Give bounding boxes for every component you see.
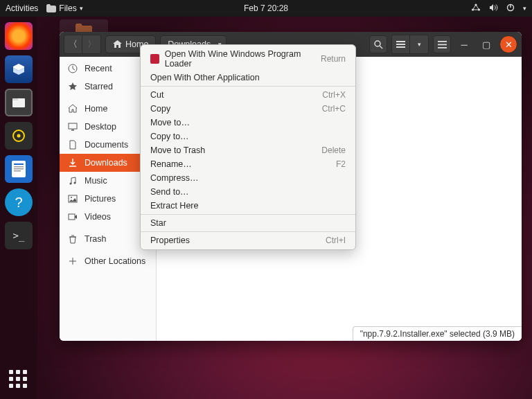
- view-buttons: ▾: [391, 35, 429, 54]
- svg-rect-29: [69, 214, 75, 220]
- menu-properties[interactable]: PropertiesCtrl+I: [141, 233, 355, 247]
- menu-label: Extract Here: [150, 201, 198, 211]
- svg-point-8: [17, 134, 21, 138]
- sidebar-item-label: Videos: [85, 212, 111, 222]
- menu-label: Copy: [150, 104, 170, 114]
- sidebar-item-label: Starred: [85, 82, 113, 91]
- svg-rect-11: [14, 166, 24, 168]
- sidebar-item-label: Downloads: [85, 158, 127, 168]
- wine-icon: [150, 54, 159, 64]
- status-bar: "npp.7.9.2.Installer.exe" selected (3.9 …: [353, 326, 522, 341]
- dock-help-icon[interactable]: ?: [5, 188, 33, 216]
- dock-rhythmbox-icon[interactable]: [5, 122, 33, 150]
- sidebar-item-label: Recent: [85, 64, 112, 73]
- menu-label: Cut: [150, 90, 163, 100]
- clock[interactable]: Feb 7 20:28: [244, 3, 288, 13]
- sidebar-item-label: Documents: [85, 140, 128, 150]
- menu-moveto[interactable]: Move to…: [141, 116, 355, 130]
- svg-rect-13: [14, 170, 21, 172]
- sidebar-item-label: Home: [85, 104, 107, 114]
- menu-label: Move to Trash: [150, 145, 205, 155]
- menu-label: Compress…: [150, 173, 198, 183]
- svg-point-25: [70, 183, 72, 185]
- menu-accel: Return: [321, 54, 346, 64]
- power-icon[interactable]: [506, 3, 515, 14]
- menu-label: Copy to…: [150, 132, 189, 141]
- minimize-button[interactable]: ─: [455, 35, 473, 53]
- menu-accel: Ctrl+X: [322, 90, 346, 100]
- svg-point-28: [71, 197, 72, 198]
- menu-cut[interactable]: CutCtrl+X: [141, 88, 355, 102]
- svg-line-15: [380, 46, 382, 48]
- svg-rect-17: [396, 44, 405, 45]
- svg-rect-6: [12, 98, 18, 100]
- system-menu-chevron-icon[interactable]: ▾: [523, 5, 526, 12]
- search-icon: [374, 40, 383, 49]
- hamburger-icon: [438, 41, 447, 48]
- dock: ? >_: [0, 17, 37, 399]
- menu-label: Send to…: [150, 187, 189, 197]
- svg-rect-23: [69, 123, 77, 129]
- menu-separator: [141, 231, 355, 232]
- menu-accel: Delete: [321, 145, 346, 155]
- hamburger-button[interactable]: [433, 35, 451, 53]
- menu-open-wine[interactable]: Open With Wine Windows Program LoaderRet…: [141, 47, 355, 71]
- svg-point-26: [74, 182, 76, 184]
- view-options-button[interactable]: ▾: [410, 35, 428, 53]
- svg-point-14: [375, 41, 380, 46]
- menu-copy[interactable]: CopyCtrl+C: [141, 102, 355, 116]
- menu-separator: [141, 214, 355, 215]
- sidebar-item-other-locations[interactable]: Other Locations: [60, 252, 156, 270]
- menu-label: Open With Wine Windows Program Loader: [165, 49, 315, 69]
- sidebar-item-label: Pictures: [85, 194, 116, 204]
- svg-rect-20: [438, 44, 447, 45]
- dock-thunderbird-icon[interactable]: [5, 55, 33, 83]
- menu-trash[interactable]: Move to TrashDelete: [141, 143, 355, 157]
- top-bar: Activities Files ▾ Feb 7 20:28 ▾: [0, 0, 532, 17]
- search-button[interactable]: [369, 35, 387, 53]
- menu-star[interactable]: Star: [141, 216, 355, 230]
- menu-separator: [141, 86, 355, 87]
- menu-label: Move to…: [150, 118, 190, 127]
- menu-label: Open With Other Application: [150, 73, 260, 82]
- dock-terminal-icon[interactable]: >_: [5, 222, 33, 249]
- dock-files-icon[interactable]: [5, 89, 33, 116]
- sidebar-item-label: Music: [85, 176, 107, 186]
- svg-rect-16: [396, 41, 405, 42]
- dock-firefox-icon[interactable]: [5, 22, 33, 50]
- close-button[interactable]: ✕: [499, 35, 517, 53]
- dock-show-apps-icon[interactable]: [9, 370, 28, 389]
- menu-extract[interactable]: Extract Here: [141, 199, 355, 213]
- chevron-down-icon: ▾: [80, 5, 83, 12]
- menu-sendto[interactable]: Send to…: [141, 185, 355, 199]
- svg-rect-24: [71, 130, 74, 131]
- menu-open-other[interactable]: Open With Other Application: [141, 71, 355, 85]
- app-menu-label: Files: [59, 3, 76, 13]
- volume-icon[interactable]: [489, 3, 498, 14]
- menu-compress[interactable]: Compress…: [141, 171, 355, 185]
- forward-button[interactable]: 〉: [82, 35, 100, 53]
- svg-rect-18: [396, 46, 405, 48]
- app-menu[interactable]: Files ▾: [46, 3, 82, 13]
- svg-rect-21: [438, 47, 447, 48]
- network-icon[interactable]: [471, 3, 481, 14]
- folder-icon: [46, 4, 56, 12]
- menu-accel: Ctrl+I: [326, 236, 346, 245]
- menu-accel: F2: [336, 159, 346, 169]
- menu-label: Rename…: [150, 159, 192, 169]
- menu-label: Star: [150, 218, 166, 228]
- nav-buttons: 〈 〉: [64, 35, 101, 54]
- svg-rect-19: [438, 41, 447, 42]
- list-view-button[interactable]: [392, 35, 410, 53]
- context-menu: Open With Wine Windows Program LoaderRet…: [140, 44, 356, 250]
- back-button[interactable]: 〈: [64, 35, 82, 53]
- menu-label: Properties: [150, 236, 190, 245]
- activities-button[interactable]: Activities: [6, 3, 38, 13]
- sidebar-item-label: Desktop: [85, 122, 116, 132]
- sidebar-item-label: Trash: [85, 234, 107, 244]
- menu-rename[interactable]: Rename…F2: [141, 157, 355, 171]
- maximize-button[interactable]: ▢: [477, 35, 495, 53]
- dock-writer-icon[interactable]: [5, 155, 33, 183]
- menu-copyto[interactable]: Copy to…: [141, 130, 355, 143]
- svg-rect-10: [14, 163, 24, 165]
